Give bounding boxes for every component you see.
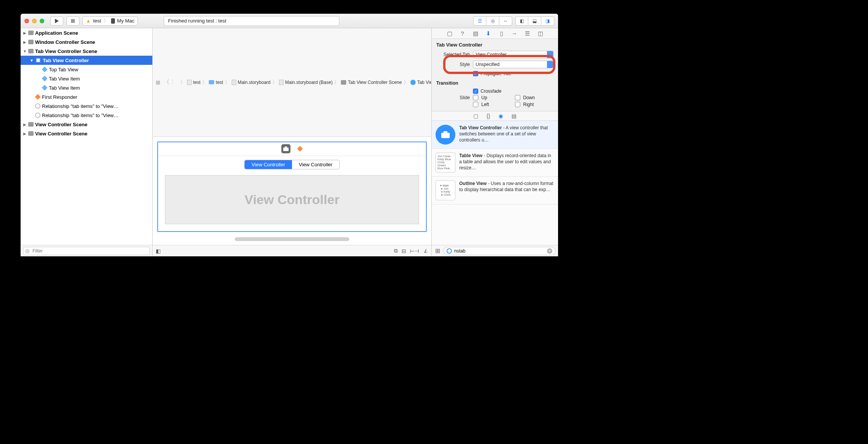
outline-filter-input[interactable] <box>23 247 150 255</box>
version-editor-button[interactable]: ↔ <box>499 16 512 26</box>
forward-button[interactable]: 〉 <box>171 78 177 86</box>
media-library-tab[interactable]: ▤ <box>511 113 516 119</box>
cube-orange-icon <box>35 94 41 100</box>
attributes-inspector-tab[interactable]: ⬇ <box>485 30 492 37</box>
standard-editor-button[interactable]: ☰ <box>473 16 486 26</box>
breadcrumb-item[interactable]: Main.storyboard <box>232 80 271 85</box>
code-snippet-library-tab[interactable]: {} <box>487 113 490 119</box>
disclosure-triangle[interactable]: ▶ <box>23 40 27 44</box>
run-button[interactable] <box>50 16 63 26</box>
assistant-editor-button[interactable]: ◎ <box>486 16 499 26</box>
breadcrumb-item[interactable]: Tab View Controller <box>410 80 431 85</box>
tab-1[interactable]: View Controller <box>292 160 339 169</box>
clear-search-button[interactable]: ✕ <box>547 248 552 254</box>
connections-inspector-tab[interactable]: → <box>511 30 518 37</box>
slide-right-checkbox[interactable] <box>515 102 520 107</box>
tab-segment: View Controller View Controller <box>244 160 340 169</box>
disclosure-triangle[interactable]: ▶ <box>23 122 27 127</box>
pin-button[interactable]: ⊢⊣ <box>410 248 419 254</box>
library-thumb-icon: Jon ClearKelly BlueChris GreenRon Pink <box>436 153 455 172</box>
disclosure-triangle[interactable]: ▼ <box>30 58 34 63</box>
outline-row[interactable]: ▶Application Scene <box>21 28 152 37</box>
disclosure-triangle[interactable]: ▶ <box>23 31 27 35</box>
toggle-outline-button[interactable]: ◧ <box>156 248 161 254</box>
disclosure-triangle[interactable]: ▼ <box>23 49 27 53</box>
vc-icon <box>35 57 41 63</box>
stop-button[interactable] <box>66 16 79 26</box>
close-window-button[interactable] <box>24 19 29 23</box>
outline-row[interactable]: ▼Tab View Controller Scene <box>21 47 152 56</box>
effects-inspector-tab[interactable]: ◫ <box>537 30 544 37</box>
library-item[interactable]: Tab View Controller - A view controller … <box>432 121 558 149</box>
vc-header-icon[interactable] <box>281 144 290 153</box>
tab-0[interactable]: View Controller <box>245 160 292 169</box>
outline-row[interactable]: ▶View Controller Scene <box>21 120 152 129</box>
outline-row[interactable]: Tab View Item <box>21 74 152 83</box>
library-search-bar: ⊞ nstab ✕ <box>432 245 558 256</box>
xcode-window: ▲ test 〉 My Mac Finished running test : … <box>21 14 558 256</box>
breadcrumb-item[interactable]: test <box>209 80 223 85</box>
file-template-library-tab[interactable]: ▢ <box>473 113 478 119</box>
library-search-field[interactable]: nstab ✕ <box>443 247 556 255</box>
bindings-inspector-tab[interactable]: ☰ <box>524 30 531 37</box>
library-thumb-icon <box>436 125 455 145</box>
object-library-tab[interactable]: ◉ <box>499 113 503 119</box>
breadcrumb-item[interactable]: Main.storyboard (Base) <box>279 80 333 85</box>
outline-row[interactable]: Top Tab View <box>21 65 152 74</box>
library-view-mode-button[interactable]: ⊞ <box>434 247 441 254</box>
selected-tab-select[interactable]: View Controller <box>473 51 553 58</box>
outline-row[interactable]: ▼Tab View Controller <box>21 56 152 65</box>
scheme-device: My Mac <box>117 18 135 24</box>
align-button[interactable]: ⊟ <box>402 248 406 254</box>
vc-icon <box>410 80 416 85</box>
file-icon <box>232 80 236 85</box>
embed-button[interactable]: ⧉ <box>394 248 398 254</box>
disclosure-triangle[interactable]: ▶ <box>23 132 27 136</box>
slide-down-checkbox[interactable] <box>515 95 520 100</box>
style-select[interactable]: Unspecified <box>473 61 553 68</box>
identity-inspector-tab[interactable]: ▤ <box>472 30 479 37</box>
outline-row[interactable]: ▶View Controller Scene <box>21 129 152 138</box>
object-library-list[interactable]: Tab View Controller - A view controller … <box>432 121 558 245</box>
breadcrumb-item[interactable]: test <box>187 80 200 85</box>
slide-left-checkbox[interactable] <box>473 102 478 107</box>
grid-icon[interactable]: ⊞ <box>156 79 160 85</box>
outline-row[interactable]: First Responder <box>21 92 152 101</box>
outline-row[interactable]: Tab View Item <box>21 83 152 92</box>
jump-bar[interactable]: ⊞ 〈 〉 〉test〉test〉Main.storyboard〉Main.st… <box>153 28 431 137</box>
help-inspector-tab[interactable]: ? <box>459 30 466 37</box>
back-button[interactable]: 〈 <box>163 78 169 86</box>
stop-icon <box>71 19 75 23</box>
tab-view-controller-canvas[interactable]: View Controller View Controller View Con… <box>157 142 427 232</box>
svg-rect-4 <box>283 148 289 151</box>
slide-up-checkbox[interactable] <box>473 95 478 100</box>
file-inspector-tab[interactable]: ▢ <box>446 30 453 37</box>
outline-label: View Controller Scene <box>35 131 87 137</box>
outline-row[interactable]: ▶Window Controller Scene <box>21 37 152 47</box>
resolve-button[interactable]: ⫝̸ <box>423 248 428 254</box>
toggle-debug-button[interactable]: ⬓ <box>528 16 541 26</box>
library-item[interactable]: Jon ClearKelly BlueChris GreenRon PinkTa… <box>432 149 558 177</box>
library-item[interactable]: ▾ Matt ▸ Jon ▸ Kelly ▸ ChrisOutline View… <box>432 177 558 204</box>
size-inspector-tab[interactable]: ▯ <box>498 30 505 37</box>
minimize-window-button[interactable] <box>32 19 37 23</box>
toggle-navigator-button[interactable]: ◧ <box>515 16 528 26</box>
crossfade-checkbox[interactable]: ✓ <box>473 88 478 94</box>
document-outline[interactable]: ▶Application Scene▶Window Controller Sce… <box>21 28 152 245</box>
svg-rect-6 <box>441 133 450 138</box>
canvas-content-view[interactable]: View Controller <box>165 175 419 225</box>
scheme-selector[interactable]: ▲ test 〉 My Mac <box>82 16 138 26</box>
toggle-utilities-button[interactable]: ◨ <box>541 16 554 26</box>
outline-row[interactable]: Relationship "tab items" to "View… <box>21 111 152 120</box>
canvas-scrollbar[interactable] <box>235 237 349 241</box>
breadcrumb-separator: 〉 <box>180 79 186 86</box>
propagate-title-checkbox[interactable]: ✓ <box>473 71 478 76</box>
ib-canvas[interactable]: View Controller View Controller View Con… <box>153 137 431 245</box>
breadcrumb-item[interactable]: Tab View Controller Scene <box>341 80 402 85</box>
library-search-value: nstab <box>454 248 465 254</box>
zoom-window-button[interactable] <box>40 19 44 23</box>
svg-marker-0 <box>55 19 59 23</box>
breadcrumb-label: test <box>216 80 223 85</box>
outline-row[interactable]: Relationship "tab items" to "View… <box>21 101 152 111</box>
first-responder-header-icon[interactable] <box>297 146 303 152</box>
